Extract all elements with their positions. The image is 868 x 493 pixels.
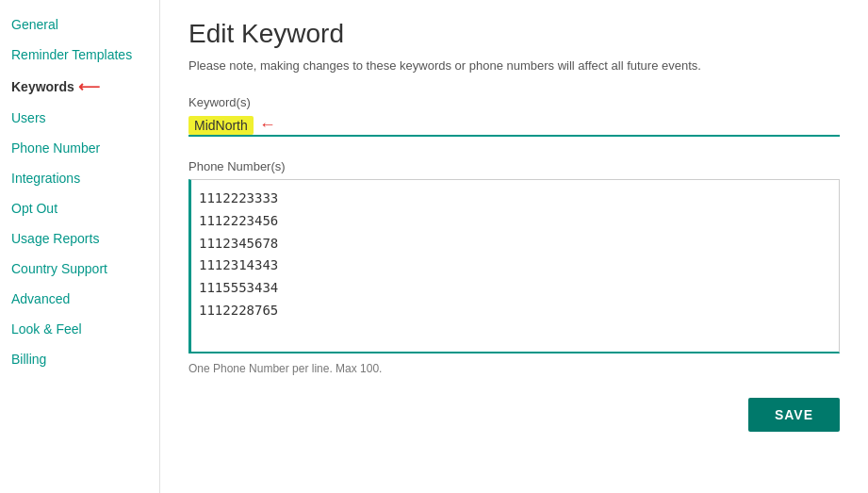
phone-numbers-textarea[interactable]	[188, 179, 840, 353]
sidebar-item-integrations[interactable]: Integrations	[0, 163, 159, 193]
sidebar-item-look-and-feel[interactable]: Look & Feel	[0, 314, 159, 344]
keyword-value[interactable]: MidNorth	[188, 116, 254, 135]
save-row: SAVE	[188, 398, 840, 432]
save-button[interactable]: SAVE	[748, 398, 840, 432]
page-subtitle: Please note, making changes to these key…	[188, 58, 840, 73]
sidebar-item-opt-out[interactable]: Opt Out	[0, 193, 159, 223]
sidebar-item-general[interactable]: General	[0, 9, 159, 40]
sidebar-item-advanced[interactable]: Advanced	[0, 284, 159, 314]
keyword-arrow-icon: ←	[259, 115, 276, 135]
sidebar-item-usage-reports[interactable]: Usage Reports	[0, 223, 159, 254]
sidebar-item-users[interactable]: Users	[0, 103, 159, 133]
phone-label: Phone Number(s)	[188, 159, 840, 173]
keyword-input-wrapper: MidNorth ←	[188, 115, 840, 137]
keyword-label: Keyword(s)	[188, 95, 840, 109]
sidebar: GeneralReminder TemplatesKeywords⟵UsersP…	[0, 0, 160, 493]
page-title: Edit Keyword	[188, 19, 840, 49]
phone-hint: One Phone Number per line. Max 100.	[188, 362, 840, 375]
sidebar-item-country-support[interactable]: Country Support	[0, 254, 159, 284]
main-content: Edit Keyword Please note, making changes…	[160, 0, 868, 493]
sidebar-item-reminder-templates[interactable]: Reminder Templates	[0, 40, 159, 70]
sidebar-item-billing[interactable]: Billing	[0, 344, 159, 374]
sidebar-item-keywords[interactable]: Keywords⟵	[0, 70, 159, 103]
sidebar-arrow-icon: ⟵	[78, 77, 100, 95]
sidebar-item-phone-number[interactable]: Phone Number	[0, 133, 159, 163]
